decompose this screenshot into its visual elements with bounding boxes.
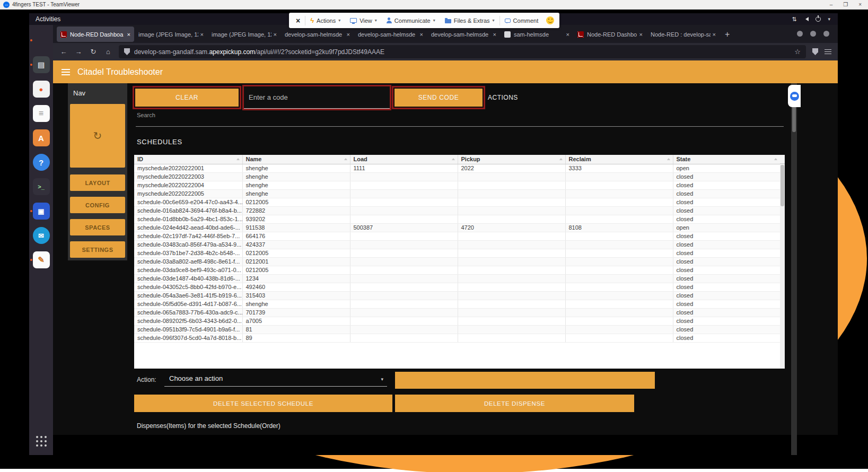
firefox-maximize-button[interactable] bbox=[810, 31, 816, 37]
browser-tab[interactable]: develop-sam-helmsde× bbox=[354, 27, 427, 42]
table-row[interactable]: schedule-0951b3f9-7c5d-4901-b9a6-f...81 … bbox=[134, 325, 780, 334]
tab-close-icon[interactable]: × bbox=[639, 31, 643, 38]
browser-tab[interactable]: sam-helmsde× bbox=[501, 27, 573, 42]
table-row[interactable]: myschedule20220222003shenghe closed bbox=[134, 172, 780, 181]
files-icon[interactable]: ▤ bbox=[29, 53, 53, 77]
table-row[interactable]: schedule-065a7883-77b6-430a-adc9-c...701… bbox=[134, 308, 780, 317]
refresh-button[interactable]: ↻ bbox=[70, 104, 125, 168]
action-dropdown[interactable]: Choose an action ▾ bbox=[164, 371, 387, 387]
forward-icon[interactable]: → bbox=[74, 48, 83, 56]
hamburger-menu-icon[interactable] bbox=[62, 69, 70, 75]
delete-dispense-button[interactable]: DELETE DISPENSE bbox=[395, 395, 634, 412]
action-secondary-button[interactable] bbox=[395, 372, 655, 389]
software-icon[interactable]: ● bbox=[29, 77, 53, 101]
column-header-load[interactable]: Load bbox=[350, 155, 458, 164]
firefox-icon[interactable] bbox=[29, 28, 53, 53]
extension-shield-icon[interactable] bbox=[812, 48, 818, 55]
view-menu[interactable]: View ▾ bbox=[345, 13, 382, 28]
home-icon[interactable]: ⌂ bbox=[104, 48, 112, 56]
browser-tab[interactable]: image (JPEG Image, 12× bbox=[135, 27, 207, 42]
tab-close-icon[interactable]: × bbox=[566, 31, 569, 38]
help-icon[interactable]: ? bbox=[29, 150, 53, 174]
comment-button[interactable]: Comment bbox=[500, 13, 543, 28]
table-scroll-thumb[interactable] bbox=[781, 165, 784, 206]
nav-item-config[interactable]: CONFIG bbox=[70, 197, 125, 213]
tab-close-icon[interactable]: × bbox=[127, 31, 130, 38]
tab-close-icon[interactable]: × bbox=[347, 31, 350, 38]
close-button[interactable]: × bbox=[858, 2, 862, 7]
communicate-menu[interactable]: Communicate ▾ bbox=[382, 13, 440, 28]
tab-close-icon[interactable]: × bbox=[420, 31, 423, 38]
firefox-close-button[interactable] bbox=[823, 31, 829, 37]
firefox-minimize-button[interactable] bbox=[797, 31, 803, 37]
nav-item-spaces[interactable]: SPACES bbox=[70, 219, 125, 235]
tab-close-icon[interactable]: × bbox=[274, 31, 277, 38]
mail-icon[interactable]: ✉ bbox=[29, 223, 53, 248]
table-row[interactable]: schedule-03de1487-4b40-438b-81d6-...1234… bbox=[134, 274, 780, 283]
text-editor-icon[interactable]: ≡ bbox=[29, 101, 53, 126]
tab-close-icon[interactable]: × bbox=[493, 31, 496, 38]
tab-close-icon[interactable]: × bbox=[200, 31, 204, 38]
session-close-button[interactable]: × bbox=[291, 13, 305, 28]
table-row[interactable]: schedule-016ab824-3694-476f-b8a4-b...722… bbox=[134, 206, 780, 215]
code-input[interactable] bbox=[244, 86, 390, 109]
new-tab-button[interactable]: + bbox=[725, 30, 730, 39]
table-row[interactable]: myschedule20220222005shenghe closed bbox=[134, 189, 780, 198]
table-row[interactable]: myschedule20220222004shenghe closed bbox=[134, 181, 780, 189]
teamviewer-chat-widget[interactable] bbox=[788, 85, 801, 107]
table-row[interactable]: schedule-037b1be7-2d38-4b2c-b548-...0212… bbox=[134, 249, 780, 257]
browser-tab[interactable]: Node-RED Dashbo× bbox=[574, 27, 646, 42]
column-header-state[interactable]: State bbox=[673, 155, 780, 164]
table-scrollbar[interactable] bbox=[780, 164, 785, 369]
tab-close-icon[interactable]: × bbox=[713, 31, 716, 38]
table-row[interactable]: schedule-03483ca0-856f-479a-a534-9...424… bbox=[134, 240, 780, 249]
browser-tab[interactable]: develop-sam-helmsde× bbox=[427, 27, 500, 42]
browser-tab[interactable]: Node-RED : develop-sa× bbox=[647, 27, 720, 42]
files-extras-menu[interactable]: Files & Extras ▾ bbox=[440, 13, 499, 28]
screenshot-tool-icon[interactable]: ▣ bbox=[29, 199, 53, 223]
table-row[interactable]: schedule-089202f5-6b03-4343-b6d2-0...a70… bbox=[134, 317, 780, 325]
table-row[interactable]: schedule-05f5d05e-d391-4d17-b087-6...she… bbox=[134, 300, 780, 308]
search-input[interactable] bbox=[136, 126, 784, 127]
browser-tab[interactable]: image (JPEG Image, 12× bbox=[208, 27, 280, 42]
table-row[interactable]: schedule-03da9ce8-bef9-493c-a071-0...021… bbox=[134, 266, 780, 274]
table-row[interactable]: schedule-043052c5-8bb0-42fd-b970-e...492… bbox=[134, 283, 780, 291]
bookmark-star-icon[interactable]: ☆ bbox=[794, 48, 801, 56]
url-input[interactable]: develop-sam-gandalf.sam.apexpickup.com/a… bbox=[119, 45, 806, 58]
maximize-button[interactable]: ❐ bbox=[843, 2, 848, 7]
table-cell: closed bbox=[673, 266, 780, 274]
table-row[interactable]: myschedule20220222001shenghe111120223333… bbox=[134, 164, 780, 172]
shield-icon[interactable] bbox=[124, 48, 130, 55]
table-row[interactable]: schedule-096f307d-5cd0-4a7d-8018-b...89 … bbox=[134, 334, 780, 342]
menu-icon[interactable] bbox=[825, 49, 831, 55]
fonts-app-icon[interactable]: A bbox=[29, 126, 53, 150]
reload-icon[interactable]: ↻ bbox=[89, 48, 98, 56]
browser-tab[interactable]: Node-RED Dashboa× bbox=[57, 27, 134, 42]
smiley-icon[interactable] bbox=[546, 16, 554, 24]
back-icon[interactable]: ← bbox=[59, 48, 68, 56]
actions-menu[interactable]: ϟ Actions ▾ bbox=[305, 13, 345, 28]
table-row[interactable]: schedule-054a3ae6-3e81-41f5-b919-6...315… bbox=[134, 291, 780, 300]
column-header-pickup[interactable]: Pickup bbox=[458, 155, 565, 164]
terminal-icon[interactable]: >_ bbox=[29, 174, 53, 199]
minimize-button[interactable]: – bbox=[830, 2, 833, 7]
browser-tab[interactable]: develop-sam-helmsde× bbox=[281, 27, 354, 42]
column-header-id[interactable]: ID bbox=[134, 155, 242, 164]
table-row[interactable]: schedule-01d8bb0b-5a29-4bc1-853c-1...939… bbox=[134, 215, 780, 223]
system-status-area[interactable]: ⇅ ▾ bbox=[792, 16, 830, 23]
table-row[interactable]: schedule-024e4d42-aead-40bd-ade6-...9115… bbox=[134, 223, 780, 232]
table-row[interactable]: schedule-00c6e659-e204-47c0-aa43-4...021… bbox=[134, 198, 780, 206]
table-row[interactable]: schedule-03a8a802-aef8-498c-8e61-f...021… bbox=[134, 257, 780, 266]
column-header-name[interactable]: Name bbox=[242, 155, 350, 164]
activities-button[interactable]: Activities bbox=[36, 15, 60, 23]
delete-selected-schedule-button[interactable]: DELETE SELECTED SCHEDULE bbox=[134, 395, 392, 412]
column-header-reclaim[interactable]: Reclaim bbox=[565, 155, 673, 164]
show-applications-icon[interactable] bbox=[36, 436, 47, 447]
send-code-button[interactable]: SEND CODE bbox=[394, 89, 483, 107]
clear-button[interactable]: CLEAR bbox=[135, 89, 239, 107]
notes-icon[interactable]: ✎ bbox=[29, 248, 53, 272]
nav-item-layout[interactable]: LAYOUT bbox=[70, 174, 125, 191]
table-row[interactable]: schedule-02c197df-7a42-446f-85eb-7...664… bbox=[134, 232, 780, 240]
page-scrollbar[interactable] bbox=[791, 83, 797, 455]
nav-item-settings[interactable]: SETTINGS bbox=[70, 241, 125, 258]
